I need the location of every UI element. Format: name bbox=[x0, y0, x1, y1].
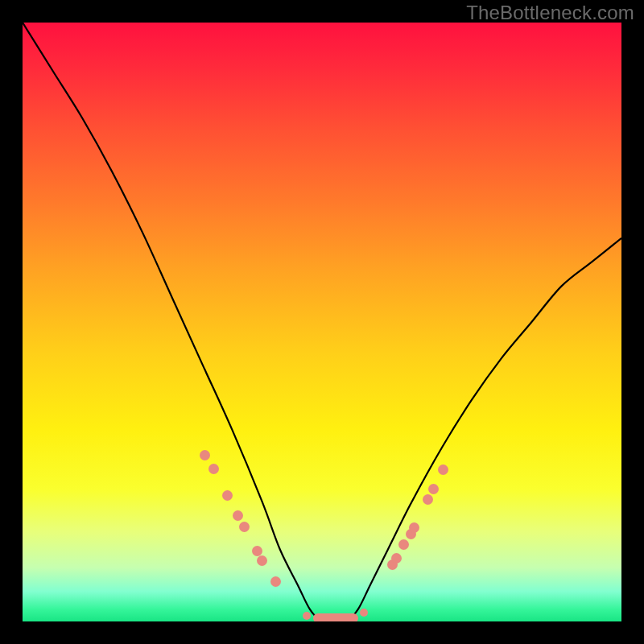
data-marker bbox=[257, 555, 267, 566]
watermark-text: TheBottleneck.com bbox=[466, 2, 634, 24]
plot-area bbox=[23, 23, 621, 621]
chart-frame: TheBottleneck.com bbox=[0, 0, 644, 644]
data-marker bbox=[208, 464, 219, 474]
data-marker bbox=[438, 464, 448, 475]
data-marker bbox=[200, 450, 210, 460]
data-marker bbox=[428, 484, 439, 494]
data-marker bbox=[360, 609, 368, 617]
trough-band bbox=[313, 613, 358, 621]
bottleneck-curve bbox=[23, 23, 621, 621]
data-marker bbox=[239, 522, 250, 532]
